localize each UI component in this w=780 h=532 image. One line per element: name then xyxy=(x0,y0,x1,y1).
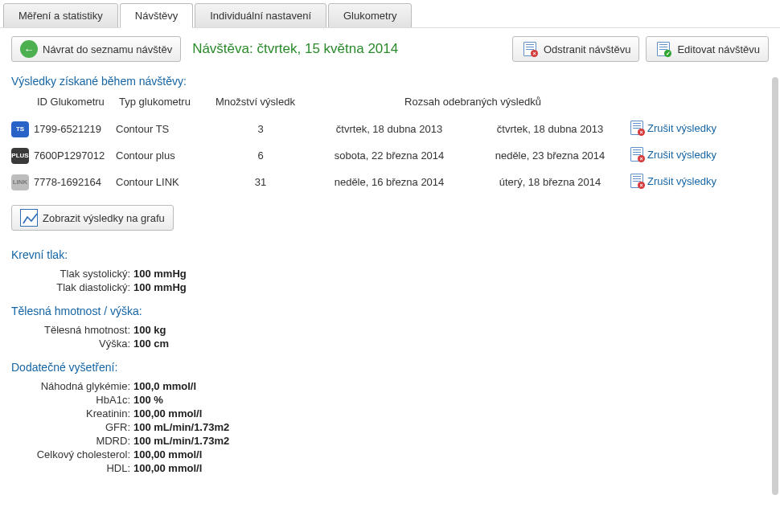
results-row: PLUS7600P1297012Contour plus6sobota, 22 … xyxy=(11,142,766,169)
meter-type: Contour LINK xyxy=(116,176,212,188)
meter-id: 7600P1297012 xyxy=(34,149,116,162)
chart-button-label: Zobrazit výsledky na grafu xyxy=(43,212,165,224)
cancel-results-label: Zrušit výsledky xyxy=(647,175,716,187)
section-results-title: Výsledky získané během návštěvy: xyxy=(11,75,766,88)
cancel-sheet-icon: × xyxy=(630,121,643,135)
hdl-label: HDL: xyxy=(16,462,130,474)
chart-icon xyxy=(20,209,38,227)
result-count: 3 xyxy=(212,123,309,135)
delete-sheet-icon: × xyxy=(521,40,539,58)
visit-content: Výsledky získané během návštěvy: ID Gluk… xyxy=(0,68,777,528)
mdrd-value: 100 mL/min/1.73m2 xyxy=(133,435,766,447)
glycemia-label: Náhodná glykémie: xyxy=(16,380,130,392)
weight-value: 100 kg xyxy=(133,324,766,336)
result-from: sobota, 22 března 2014 xyxy=(309,149,470,162)
delete-visit-button[interactable]: × Odstranit návštěvu xyxy=(512,36,639,62)
creatinine-value: 100,00 mmol/l xyxy=(133,407,766,419)
show-on-chart-button[interactable]: Zobrazit výsledky na grafu xyxy=(11,205,174,231)
visit-title: Návštěva: čtvrtek, 15 května 2014 xyxy=(192,41,398,57)
cancel-sheet-icon: × xyxy=(630,174,643,188)
result-count: 6 xyxy=(212,149,309,162)
chol-value: 100,00 mmol/l xyxy=(133,448,766,460)
col-type: Typ glukometru xyxy=(119,96,216,108)
result-from: neděle, 16 března 2014 xyxy=(309,176,470,188)
edit-sheet-icon: ✓ xyxy=(655,40,672,58)
result-from: čtvrtek, 18 dubna 2013 xyxy=(309,123,470,135)
cancel-sheet-icon: × xyxy=(630,147,643,162)
back-arrow-icon: ← xyxy=(20,40,38,58)
back-button-label: Návrat do seznamu návštěv xyxy=(43,43,172,55)
meter-type: Contour plus xyxy=(116,149,212,162)
back-to-visits-button[interactable]: ← Návrat do seznamu návštěv xyxy=(11,36,181,62)
hba1c-label: HbA1c: xyxy=(16,394,130,406)
section-extra-title: Dodatečné vyšetření: xyxy=(11,361,766,374)
cancel-results-link[interactable]: ×Zrušit výsledky xyxy=(630,147,716,162)
tab-measurements[interactable]: Měření a statistiky xyxy=(3,3,118,28)
creatinine-label: Kreatinin: xyxy=(16,407,130,419)
col-id: ID Glukometru xyxy=(14,96,119,108)
results-row: TS1799-6521219Contour TS3čtvrtek, 18 dub… xyxy=(11,116,766,142)
edit-button-label: Editovat návštěvu xyxy=(677,43,760,55)
meter-type: Contour TS xyxy=(116,123,212,135)
section-weight-title: Tělesná hmotnost / výška: xyxy=(11,305,766,317)
cancel-results-link[interactable]: ×Zrušit výsledky xyxy=(630,121,716,135)
chol-label: Celkový cholesterol: xyxy=(16,448,130,460)
cancel-results-label: Zrušit výsledky xyxy=(647,122,716,134)
result-count: 31 xyxy=(212,176,309,188)
col-range: Rozsah odebraných výsledků xyxy=(312,96,634,108)
meter-badge-icon: TS xyxy=(11,121,34,137)
meter-badge-icon: LINK xyxy=(11,174,34,190)
tab-visits[interactable]: Návštěvy xyxy=(120,3,193,28)
tab-individual-settings[interactable]: Individuální nastavení xyxy=(195,3,326,28)
scrollbar-thumb[interactable] xyxy=(772,77,778,495)
mdrd-label: MDRD: xyxy=(16,435,130,447)
result-to: úterý, 18 března 2014 xyxy=(470,176,630,188)
hba1c-value: 100 % xyxy=(133,394,766,406)
results-headers: ID Glukometru Typ glukometru Množství vý… xyxy=(11,94,766,116)
col-count: Množství výsledk xyxy=(216,96,312,108)
height-value: 100 cm xyxy=(133,338,766,350)
tab-bar: Měření a statistiky Návštěvy Individuáln… xyxy=(0,0,780,28)
result-to: neděle, 23 března 2014 xyxy=(470,149,630,162)
visit-toolbar: ← Návrat do seznamu návštěv Návštěva: čt… xyxy=(0,27,780,68)
meter-id: 1799-6521219 xyxy=(34,123,116,135)
results-row: LINK7778-1692164Contour LINK31neděle, 16… xyxy=(11,169,766,195)
glycemia-value: 100,0 mmol/l xyxy=(133,380,766,392)
bp-sys-value: 100 mmHg xyxy=(133,268,766,280)
section-bp-title: Krevní tlak: xyxy=(11,248,766,261)
meter-id: 7778-1692164 xyxy=(34,176,116,188)
tab-glucometers[interactable]: Glukometry xyxy=(328,3,412,28)
result-to: čtvrtek, 18 dubna 2013 xyxy=(470,123,630,135)
meter-badge-icon: PLUS xyxy=(11,148,34,164)
gfr-value: 100 mL/min/1.73m2 xyxy=(133,421,766,433)
bp-dia-label: Tlak diastolický: xyxy=(16,281,130,293)
hdl-value: 100,00 mmol/l xyxy=(133,462,766,474)
delete-button-label: Odstranit návštěvu xyxy=(544,43,630,55)
height-label: Výška: xyxy=(16,338,130,350)
cancel-results-link[interactable]: ×Zrušit výsledky xyxy=(630,174,716,188)
bp-dia-value: 100 mmHg xyxy=(133,281,766,293)
gfr-label: GFR: xyxy=(16,421,130,433)
edit-visit-button[interactable]: ✓ Editovat návštěvu xyxy=(646,36,769,62)
bp-sys-label: Tlak systolický: xyxy=(16,268,130,280)
cancel-results-label: Zrušit výsledky xyxy=(647,149,716,161)
weight-label: Tělesná hmotnost: xyxy=(16,324,130,336)
